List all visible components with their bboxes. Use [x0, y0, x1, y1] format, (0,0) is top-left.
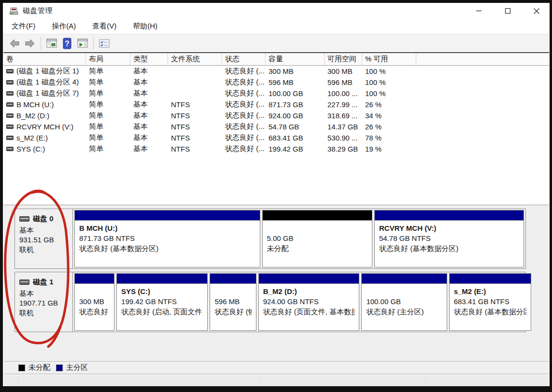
- volume-icon: [6, 125, 14, 129]
- table-row[interactable]: B_M2 (D:) 简单 基本 NTFS 状态良好 (... 924.00 GB…: [3, 110, 549, 121]
- partition-size: 300 MB: [79, 296, 110, 307]
- partition-info: B MCH (U:) 871.73 GB NTFS 状态良好 (基本数据分区): [75, 221, 260, 253]
- properties-button[interactable]: [97, 37, 112, 50]
- column-header[interactable]: 布局: [86, 53, 130, 65]
- partition-color-band: [117, 274, 207, 284]
- status-cell: 状态良好 (...: [222, 132, 266, 143]
- column-header[interactable]: % 可用: [362, 53, 416, 65]
- partition-cell[interactable]: 100.00 GB 状态良好 (主分区): [361, 273, 447, 331]
- column-header[interactable]: 类型: [130, 53, 168, 65]
- volume-name-cell: B_M2 (D:): [3, 110, 86, 121]
- disk-0-label[interactable]: 磁盘 0 基本 931.51 GB 联机: [15, 209, 73, 268]
- partition-info: 5.00 GB 未分配: [263, 221, 372, 253]
- menu-item[interactable]: 帮助(H): [131, 21, 159, 32]
- column-header[interactable]: 卷: [3, 53, 86, 65]
- table-row[interactable]: (磁盘 1 磁盘分区 4) 简单 基本 状态良好 (... 596 MB 596…: [3, 77, 549, 88]
- volume-icon: [6, 113, 14, 118]
- capacity-cell: 683.41 GB: [266, 132, 325, 143]
- capacity-cell: 100.00 GB: [266, 88, 325, 99]
- legend-item: 主分区: [56, 363, 88, 372]
- partition-cell[interactable]: 596 MB 状态良好 (恢: [210, 273, 256, 331]
- partition-cell[interactable]: RCVRY MCH (V:) 54.78 GB NTFS 状态良好 (基本数据分…: [374, 210, 524, 267]
- volume-list-header: 卷 布局 类型 文件系统 状态 容量 可用空间 % 可用: [3, 53, 549, 66]
- table-row[interactable]: B MCH (U:) 简单 基本 NTFS 状态良好 (... 871.73 G…: [3, 99, 549, 110]
- volume-name-cell: (磁盘 1 磁盘分区 4): [3, 77, 86, 88]
- table-row[interactable]: s_M2 (E:) 简单 基本 NTFS 状态良好 (... 683.41 GB…: [3, 132, 549, 143]
- disk-1-label[interactable]: 磁盘 1 基本 1907.71 GB 联机: [15, 272, 73, 332]
- back-button[interactable]: [7, 37, 22, 50]
- partition-cell[interactable]: s_M2 (E:) 683.41 GB NTFS 状态良好 (基本数据分区): [449, 273, 531, 331]
- partition-cell[interactable]: 300 MB 状态良好 (: [74, 273, 114, 331]
- free-space-cell: 530.90 ...: [325, 132, 362, 143]
- column-header[interactable]: 容量: [266, 53, 325, 65]
- table-row[interactable]: (磁盘 1 磁盘分区 7) 简单 基本 状态良好 (... 100.00 GB …: [3, 88, 549, 99]
- partition-title: B_M2 (D:): [263, 286, 355, 296]
- title-bar: 磁盘管理: [3, 3, 550, 19]
- graphical-view-panel: 磁盘 0 基本 931.51 GB 联机 B MCH (U:) 871.73 G…: [3, 205, 549, 386]
- partition-cell[interactable]: B MCH (U:) 871.73 GB NTFS 状态良好 (基本数据分区): [74, 210, 260, 267]
- table-row[interactable]: SYS (C:) 简单 基本 NTFS 状态良好 (... 199.42 GB …: [3, 143, 549, 154]
- filesystem-cell: [168, 88, 222, 99]
- disk-status: 联机: [19, 245, 69, 254]
- percent-free-cell: 100 %: [362, 88, 416, 99]
- volume-name: (磁盘 1 磁盘分区 1): [16, 67, 79, 76]
- partition-info: s_M2 (E:) 683.41 GB NTFS 状态良好 (基本数据分区): [450, 284, 531, 317]
- partition-info: SYS (C:) 199.42 GB NTFS 状态良好 (启动, 页面文件,: [117, 284, 207, 317]
- action-pane-icon: [77, 38, 88, 49]
- layout-cell: 简单: [86, 88, 130, 99]
- menu-item[interactable]: 文件(F): [10, 21, 37, 32]
- free-space-cell: 318.69 ...: [325, 110, 362, 121]
- forward-icon: [24, 38, 36, 49]
- legend-label: 未分配: [28, 363, 50, 372]
- console-tree-button[interactable]: [44, 37, 59, 50]
- volume-icon: [6, 91, 14, 96]
- type-cell: 基本: [130, 88, 168, 99]
- disk-1-partitions: 300 MB 状态良好 ( SYS (C:) 199.42 GB NTFS 状态…: [73, 272, 533, 332]
- type-cell: 基本: [130, 99, 168, 110]
- free-space-cell: 300 MB: [325, 66, 362, 77]
- status-divider: [260, 377, 261, 386]
- disk-1-row: 磁盘 1 基本 1907.71 GB 联机 300 MB 状态良好 (: [14, 272, 526, 332]
- partition-status: 状态良好 (基本数据分区): [379, 243, 519, 253]
- filesystem-cell: [168, 77, 222, 88]
- volume-icon: [6, 69, 14, 73]
- type-cell: 基本: [130, 143, 168, 154]
- capacity-cell: 871.73 GB: [266, 99, 325, 110]
- close-icon: [533, 8, 540, 14]
- minimize-button[interactable]: [472, 5, 485, 17]
- filesystem-cell: NTFS: [168, 132, 222, 143]
- layout-cell: 简单: [86, 121, 130, 132]
- partition-title: [366, 286, 442, 296]
- column-header[interactable]: 状态: [222, 53, 266, 65]
- menu-item[interactable]: 操作(A): [50, 21, 77, 32]
- status-cell: 状态良好 (...: [222, 99, 266, 110]
- forward-button[interactable]: [23, 37, 37, 50]
- partition-title: SYS (C:): [121, 286, 203, 296]
- filesystem-cell: NTFS: [168, 143, 222, 154]
- menu-item[interactable]: 查看(V): [91, 21, 118, 32]
- table-row[interactable]: RCVRY MCH (V:) 简单 基本 NTFS 状态良好 (... 54.7…: [3, 121, 549, 132]
- partition-cell[interactable]: 5.00 GB 未分配: [262, 210, 373, 267]
- maximize-button[interactable]: [501, 5, 514, 17]
- legend-swatch: [56, 364, 63, 371]
- volume-list: 卷 布局 类型 文件系统 状态 容量 可用空间 % 可用: [3, 52, 549, 205]
- filesystem-cell: NTFS: [168, 99, 222, 110]
- free-space-cell: 100.00 ...: [325, 88, 362, 99]
- help-button[interactable]: ?: [60, 37, 74, 50]
- partition-title: [214, 286, 251, 296]
- partition-color-band: [75, 274, 114, 284]
- column-header[interactable]: 可用空间: [325, 53, 362, 65]
- filesystem-cell: [168, 66, 222, 77]
- table-row[interactable]: (磁盘 1 磁盘分区 1) 简单 基本 状态良好 (... 300 MB 300…: [3, 66, 549, 77]
- minimize-icon: [476, 8, 482, 14]
- column-header[interactable]: 文件系统: [168, 53, 222, 65]
- close-button[interactable]: [530, 5, 543, 17]
- partition-cell[interactable]: SYS (C:) 199.42 GB NTFS 状态良好 (启动, 页面文件,: [116, 273, 208, 331]
- layout-cell: 简单: [86, 77, 130, 88]
- volume-icon: [6, 80, 14, 84]
- partition-status: 状态良好 (页面文件, 基本数据: [263, 307, 355, 317]
- partition-cell[interactable]: B_M2 (D:) 924.00 GB NTFS 状态良好 (页面文件, 基本数…: [258, 273, 360, 331]
- partition-color-band: [263, 210, 372, 221]
- action-pane-button[interactable]: [75, 37, 90, 50]
- partition-status: 状态良好 (基本数据分区): [454, 307, 526, 317]
